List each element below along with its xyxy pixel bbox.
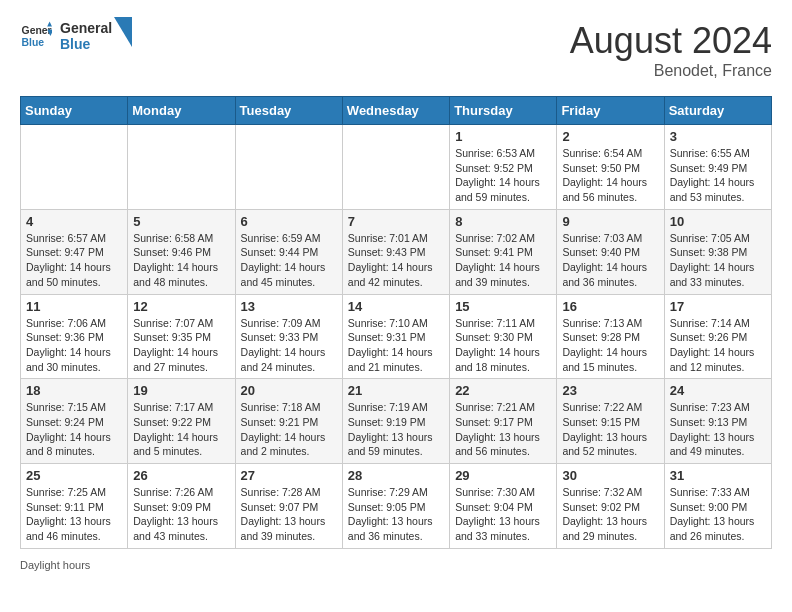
day-info: Sunrise: 7:25 AMSunset: 9:11 PMDaylight:… (26, 485, 122, 544)
calendar-cell: 6Sunrise: 6:59 AMSunset: 9:44 PMDaylight… (235, 209, 342, 294)
day-info: Sunrise: 7:15 AMSunset: 9:24 PMDaylight:… (26, 400, 122, 459)
day-info: Sunrise: 7:05 AMSunset: 9:38 PMDaylight:… (670, 231, 766, 290)
day-number: 12 (133, 299, 229, 314)
calendar-cell (235, 125, 342, 210)
day-number: 13 (241, 299, 337, 314)
calendar-cell: 19Sunrise: 7:17 AMSunset: 9:22 PMDayligh… (128, 379, 235, 464)
calendar-cell: 11Sunrise: 7:06 AMSunset: 9:36 PMDayligh… (21, 294, 128, 379)
day-info: Sunrise: 7:26 AMSunset: 9:09 PMDaylight:… (133, 485, 229, 544)
calendar-week-row: 18Sunrise: 7:15 AMSunset: 9:24 PMDayligh… (21, 379, 772, 464)
weekday-header: Tuesday (235, 97, 342, 125)
day-info: Sunrise: 6:58 AMSunset: 9:46 PMDaylight:… (133, 231, 229, 290)
day-info: Sunrise: 7:09 AMSunset: 9:33 PMDaylight:… (241, 316, 337, 375)
calendar-table: SundayMondayTuesdayWednesdayThursdayFrid… (20, 96, 772, 549)
day-info: Sunrise: 6:54 AMSunset: 9:50 PMDaylight:… (562, 146, 658, 205)
day-number: 7 (348, 214, 444, 229)
calendar-cell: 17Sunrise: 7:14 AMSunset: 9:26 PMDayligh… (664, 294, 771, 379)
weekday-header: Wednesday (342, 97, 449, 125)
day-info: Sunrise: 6:59 AMSunset: 9:44 PMDaylight:… (241, 231, 337, 290)
calendar-cell: 20Sunrise: 7:18 AMSunset: 9:21 PMDayligh… (235, 379, 342, 464)
calendar-cell: 18Sunrise: 7:15 AMSunset: 9:24 PMDayligh… (21, 379, 128, 464)
day-number: 29 (455, 468, 551, 483)
day-number: 9 (562, 214, 658, 229)
page-title: August 2024 (570, 20, 772, 62)
calendar-week-row: 11Sunrise: 7:06 AMSunset: 9:36 PMDayligh… (21, 294, 772, 379)
calendar-cell: 15Sunrise: 7:11 AMSunset: 9:30 PMDayligh… (450, 294, 557, 379)
logo-icon: General Blue (20, 20, 52, 52)
day-info: Sunrise: 6:53 AMSunset: 9:52 PMDaylight:… (455, 146, 551, 205)
calendar-cell: 9Sunrise: 7:03 AMSunset: 9:40 PMDaylight… (557, 209, 664, 294)
day-info: Sunrise: 7:14 AMSunset: 9:26 PMDaylight:… (670, 316, 766, 375)
weekday-header: Sunday (21, 97, 128, 125)
weekday-header: Monday (128, 97, 235, 125)
calendar-cell: 21Sunrise: 7:19 AMSunset: 9:19 PMDayligh… (342, 379, 449, 464)
day-number: 22 (455, 383, 551, 398)
calendar-cell: 12Sunrise: 7:07 AMSunset: 9:35 PMDayligh… (128, 294, 235, 379)
calendar-cell: 3Sunrise: 6:55 AMSunset: 9:49 PMDaylight… (664, 125, 771, 210)
calendar-cell (128, 125, 235, 210)
calendar-week-row: 1Sunrise: 6:53 AMSunset: 9:52 PMDaylight… (21, 125, 772, 210)
day-info: Sunrise: 7:13 AMSunset: 9:28 PMDaylight:… (562, 316, 658, 375)
weekday-header: Thursday (450, 97, 557, 125)
logo-wave-icon (114, 17, 132, 47)
day-info: Sunrise: 6:55 AMSunset: 9:49 PMDaylight:… (670, 146, 766, 205)
day-number: 31 (670, 468, 766, 483)
calendar-cell: 26Sunrise: 7:26 AMSunset: 9:09 PMDayligh… (128, 464, 235, 549)
svg-text:General: General (22, 25, 52, 36)
svg-marker-2 (47, 22, 52, 27)
day-info: Sunrise: 7:33 AMSunset: 9:00 PMDaylight:… (670, 485, 766, 544)
day-number: 25 (26, 468, 122, 483)
day-info: Sunrise: 7:19 AMSunset: 9:19 PMDaylight:… (348, 400, 444, 459)
calendar-cell: 5Sunrise: 6:58 AMSunset: 9:46 PMDaylight… (128, 209, 235, 294)
day-info: Sunrise: 7:03 AMSunset: 9:40 PMDaylight:… (562, 231, 658, 290)
calendar-cell: 1Sunrise: 6:53 AMSunset: 9:52 PMDaylight… (450, 125, 557, 210)
calendar-week-row: 25Sunrise: 7:25 AMSunset: 9:11 PMDayligh… (21, 464, 772, 549)
calendar-cell: 8Sunrise: 7:02 AMSunset: 9:41 PMDaylight… (450, 209, 557, 294)
day-number: 24 (670, 383, 766, 398)
day-info: Sunrise: 7:07 AMSunset: 9:35 PMDaylight:… (133, 316, 229, 375)
logo-general: General (60, 20, 112, 36)
calendar-cell: 16Sunrise: 7:13 AMSunset: 9:28 PMDayligh… (557, 294, 664, 379)
day-info: Sunrise: 7:17 AMSunset: 9:22 PMDaylight:… (133, 400, 229, 459)
day-info: Sunrise: 7:11 AMSunset: 9:30 PMDaylight:… (455, 316, 551, 375)
calendar-cell: 29Sunrise: 7:30 AMSunset: 9:04 PMDayligh… (450, 464, 557, 549)
logo-blue: Blue (60, 36, 112, 52)
calendar-cell: 23Sunrise: 7:22 AMSunset: 9:15 PMDayligh… (557, 379, 664, 464)
calendar-cell (342, 125, 449, 210)
day-info: Sunrise: 6:57 AMSunset: 9:47 PMDaylight:… (26, 231, 122, 290)
day-info: Sunrise: 7:28 AMSunset: 9:07 PMDaylight:… (241, 485, 337, 544)
day-number: 26 (133, 468, 229, 483)
page-header: General Blue General Blue August 2024 Be… (20, 20, 772, 80)
day-number: 3 (670, 129, 766, 144)
day-info: Sunrise: 7:22 AMSunset: 9:15 PMDaylight:… (562, 400, 658, 459)
calendar-cell: 24Sunrise: 7:23 AMSunset: 9:13 PMDayligh… (664, 379, 771, 464)
day-number: 1 (455, 129, 551, 144)
day-info: Sunrise: 7:01 AMSunset: 9:43 PMDaylight:… (348, 231, 444, 290)
day-number: 16 (562, 299, 658, 314)
calendar-week-row: 4Sunrise: 6:57 AMSunset: 9:47 PMDaylight… (21, 209, 772, 294)
calendar-cell: 13Sunrise: 7:09 AMSunset: 9:33 PMDayligh… (235, 294, 342, 379)
weekday-header: Saturday (664, 97, 771, 125)
day-number: 10 (670, 214, 766, 229)
day-info: Sunrise: 7:21 AMSunset: 9:17 PMDaylight:… (455, 400, 551, 459)
day-info: Sunrise: 7:29 AMSunset: 9:05 PMDaylight:… (348, 485, 444, 544)
day-info: Sunrise: 7:10 AMSunset: 9:31 PMDaylight:… (348, 316, 444, 375)
day-number: 14 (348, 299, 444, 314)
calendar-cell: 4Sunrise: 6:57 AMSunset: 9:47 PMDaylight… (21, 209, 128, 294)
day-number: 28 (348, 468, 444, 483)
page-subtitle: Benodet, France (570, 62, 772, 80)
calendar-cell: 10Sunrise: 7:05 AMSunset: 9:38 PMDayligh… (664, 209, 771, 294)
day-number: 15 (455, 299, 551, 314)
calendar-cell: 2Sunrise: 6:54 AMSunset: 9:50 PMDaylight… (557, 125, 664, 210)
day-number: 11 (26, 299, 122, 314)
calendar-cell: 30Sunrise: 7:32 AMSunset: 9:02 PMDayligh… (557, 464, 664, 549)
calendar-cell: 14Sunrise: 7:10 AMSunset: 9:31 PMDayligh… (342, 294, 449, 379)
day-number: 17 (670, 299, 766, 314)
calendar-cell: 28Sunrise: 7:29 AMSunset: 9:05 PMDayligh… (342, 464, 449, 549)
calendar-cell: 25Sunrise: 7:25 AMSunset: 9:11 PMDayligh… (21, 464, 128, 549)
day-number: 21 (348, 383, 444, 398)
day-number: 30 (562, 468, 658, 483)
day-info: Sunrise: 7:02 AMSunset: 9:41 PMDaylight:… (455, 231, 551, 290)
day-number: 8 (455, 214, 551, 229)
day-info: Sunrise: 7:32 AMSunset: 9:02 PMDaylight:… (562, 485, 658, 544)
